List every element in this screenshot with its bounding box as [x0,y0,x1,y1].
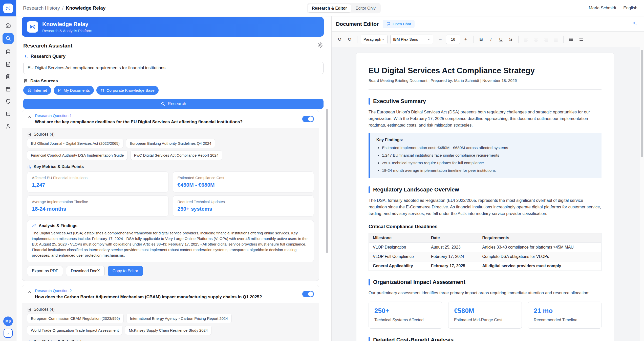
font-size-input[interactable] [446,35,460,44]
sidebar-nav [0,16,16,131]
metric-card: Required Technical Updates 250+ systems [173,196,314,216]
document-icon [58,88,62,92]
broadcast-logo-icon [3,4,13,13]
download-docx-button[interactable]: Download DocX [66,266,105,276]
key-findings-label: Key Findings: [376,138,595,142]
research-query-input[interactable] [23,62,324,74]
document-page[interactable]: EU Digital Services Act Compliance Strat… [356,53,614,341]
rq1-analysis-card: Analysis & Findings The Digital Services… [27,220,314,262]
paragraph-style-select[interactable]: Paragraph [361,35,388,44]
avatar[interactable]: MS [3,316,13,326]
source-chip[interactable]: International Energy Agency - Carbon Pri… [126,314,232,323]
sidebar-item-security[interactable] [4,97,13,106]
open-chat-button[interactable]: Open Chat [383,20,415,28]
key-finding-item: 18-24 month average implementation timel… [382,168,595,173]
user-name[interactable]: Maria Schmidt [589,6,616,11]
app-banner: Knowledge Relay Research & Analysis Plat… [22,17,324,37]
key-findings-list: Estimated implementation cost: €450M - €… [376,145,595,173]
align-left-button[interactable] [522,35,530,44]
editor-header: Document Editor Open Chat [332,16,644,32]
executive-paragraph: The European Union's Digital Services Ac… [369,109,602,128]
sidebar-collapse-button[interactable]: › [4,329,13,338]
research-question-card-1: Research Question 1 What are the key com… [22,110,319,281]
bullet-list-button[interactable] [567,35,575,44]
sidebar-item-clipboard[interactable] [4,72,13,81]
breadcrumb: Research History / Knowledge Relay [23,5,105,11]
tab-research-and-editor[interactable]: Research & Editor [308,4,351,12]
bar-chart-icon [27,340,31,341]
numbered-list-button[interactable]: 12 [577,35,585,44]
research-button[interactable]: Research [23,99,324,109]
sidebar-item-reports[interactable] [4,109,13,118]
export-pdf-button[interactable]: Export as PDF [27,266,63,276]
banner-title: Knowledge Relay [42,21,92,28]
bold-button[interactable]: B [477,35,485,44]
research-results[interactable]: Research Question 1 What are the key com… [16,108,331,341]
sidebar-item-calendar[interactable] [4,84,13,93]
top-bar-right: Maria Schmidt English [589,6,637,11]
copy-to-editor-button[interactable]: Copy to Editor [108,266,143,276]
rq1-sources-row: Sources (4) [27,132,314,137]
font-size-decrease-button[interactable]: − [436,35,445,44]
sidebar-item-search[interactable] [3,33,14,44]
rq1-analysis-header: Analysis & Findings [32,224,309,228]
undo-button[interactable]: ↺ [335,35,344,44]
rq1-titles: Research Question 1 What are the key com… [35,113,243,125]
document-scrollbar-thumb[interactable] [641,50,643,157]
source-chip[interactable]: PwC Digital Services Act Compliance Repo… [130,151,222,160]
research-question-card-2: Research Question 2 How does the Carbon … [22,285,319,341]
breadcrumb-parent[interactable]: Research History [23,5,60,11]
chip-internet[interactable]: Internet [23,86,51,95]
source-chip[interactable]: McKinsey Supply Chain Resilience Study 2… [125,326,211,335]
source-chip[interactable]: European Commission CBAM Regulation (202… [27,314,124,323]
strikethrough-button[interactable]: S [506,35,515,44]
sidebar-footer: MS › [0,316,16,338]
ai-sparkles-icon[interactable] [631,20,637,28]
underline-button[interactable]: U [497,35,505,44]
font-family-select[interactable]: IBM Plex Sans [390,35,433,44]
query-label: Research Query [31,54,66,59]
chip-my-documents[interactable]: My Documents [54,86,94,95]
source-chip[interactable]: European Banking Authority Guidelines Q4… [126,139,215,148]
chevron-up-icon[interactable] [27,115,32,120]
settings-gear-icon[interactable] [317,42,324,50]
document-icon [27,307,31,312]
align-justify-button[interactable] [551,35,560,44]
table-row: VLOP Full Compliance February 17, 2024 C… [369,252,602,261]
source-chip[interactable]: World Trade Organization Trade Impact As… [27,326,122,335]
language-selector[interactable]: English [623,6,637,11]
source-chip[interactable]: Financial Conduct Authority DSA Implemen… [27,151,128,160]
rq2-sources-label: Sources (4) [34,307,55,312]
sidebar-item-documents[interactable] [4,60,13,69]
table-row: VLOP Designation August 25, 2023 Article… [369,243,602,252]
tab-editor-only[interactable]: Editor Only [352,4,380,12]
source-chip[interactable]: EU Official Journal - Digital Services A… [27,139,123,148]
database-icon [23,79,28,84]
document-scrollbar-track[interactable] [640,47,644,341]
sidebar-item-home[interactable] [4,20,13,30]
italic-button[interactable]: I [487,35,495,44]
chevron-up-icon[interactable] [27,290,32,295]
assistant-section-title: Research Assistant [23,42,324,50]
sparkles-icon [23,54,28,59]
home-icon [5,22,11,28]
font-size-increase-button[interactable]: + [461,35,470,44]
redo-button[interactable]: ↻ [345,35,354,44]
rq2-label[interactable]: Research Question 2 [35,288,262,293]
impact-card: €580M Estimated Mid-Range Cost [448,302,522,329]
align-right-button[interactable] [542,35,550,44]
align-center-button[interactable] [532,35,540,44]
rq1-toggle[interactable] [302,116,314,122]
rq2-toggle[interactable] [302,291,314,297]
sidebar-item-database[interactable] [4,47,13,56]
chevron-down-icon [381,38,385,41]
scroll-icon [5,111,11,117]
results-scrollbar[interactable] [326,109,328,253]
key-findings-box: Key Findings: Estimated implementation c… [369,133,602,178]
chip-corporate-knowledge-base[interactable]: Corporate Knowledge Base [96,86,159,95]
user-icon [5,123,11,129]
sidebar-item-profile[interactable] [4,121,13,131]
table-header-row: Milestone Date Requirements [369,233,602,243]
document-scroll-area[interactable]: EU Digital Services Act Compliance Strat… [332,47,644,341]
rq1-label[interactable]: Research Question 1 [35,113,243,118]
